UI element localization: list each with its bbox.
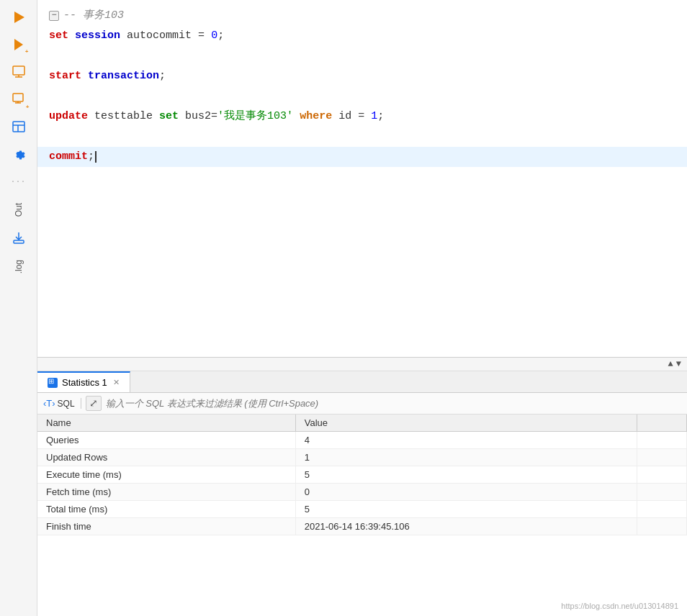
explain-icon[interactable]: [7, 60, 30, 83]
cell-name: Fetch time (ms): [37, 484, 295, 501]
table-row: Execute time (ms)5: [37, 466, 687, 484]
cell-empty: [637, 484, 686, 501]
cell-name: Total time (ms): [37, 501, 295, 518]
plain-autocommit: autocommit: [127, 27, 192, 45]
data-table-icon[interactable]: [7, 115, 30, 138]
sidebar: + + ··· Out: [0, 0, 37, 616]
svg-rect-2: [13, 66, 24, 75]
more-options-icon[interactable]: ···: [7, 170, 30, 193]
watermark: https://blog.csdn.net/u013014891: [561, 602, 678, 610]
cursor: [95, 151, 96, 163]
stats-wrapper: Name Value Queries4Updated Rows1Execute …: [37, 415, 687, 616]
main-content: − -- 事务103 set session autocommit = 0 ; …: [37, 0, 687, 616]
tab-label: Statistics 1: [62, 377, 107, 388]
expand-button[interactable]: ⤢: [86, 396, 102, 411]
code-line-update: update testtable set bus2= '我是事务103' whe…: [37, 107, 687, 127]
explain-plus-icon[interactable]: +: [7, 88, 30, 111]
cell-value: 5: [295, 501, 637, 518]
blank-line-2: [37, 86, 687, 107]
table-row: Queries4: [37, 432, 687, 449]
kw-set2: set: [159, 108, 179, 125]
bottom-panel: ▲ ▼ Statistics 1 ✕ ‹T› SQL ⤢: [37, 357, 687, 616]
svg-rect-11: [14, 240, 24, 243]
tabs-bar: Statistics 1 ✕: [37, 371, 687, 393]
cell-name: Queries: [37, 432, 295, 449]
col-value-header: Value: [295, 415, 637, 432]
plain-eq: =: [198, 27, 205, 45]
plain-semi: ;: [217, 27, 224, 45]
cell-empty: [637, 518, 686, 535]
table-row: Updated Rows1: [37, 449, 687, 466]
cell-empty: [637, 432, 686, 449]
code-block: − -- 事务103 set session autocommit = 0 ; …: [37, 0, 687, 173]
table-header-row: Name Value: [37, 415, 687, 432]
play-icon[interactable]: [7, 6, 30, 29]
cell-empty: [637, 501, 686, 518]
sql-badge-label: SQL: [58, 399, 75, 409]
cell-name: Updated Rows: [37, 449, 295, 466]
sql-badge: ‹T› SQL: [43, 398, 81, 409]
kw-update: update: [49, 108, 88, 125]
code-editor[interactable]: − -- 事务103 set session autocommit = 0 ; …: [37, 0, 687, 357]
arrow-up-button[interactable]: ▲: [668, 359, 673, 369]
kw-transaction: transaction: [88, 68, 159, 85]
cell-value: 5: [295, 466, 637, 484]
blank-line-3: [37, 127, 687, 147]
str-value: '我是事务103': [217, 108, 293, 125]
cell-empty: [637, 449, 686, 466]
code-line-commit: commit ;: [37, 147, 687, 167]
table-row: Finish time2021-06-14 16:39:45.106: [37, 518, 687, 535]
svg-marker-0: [14, 12, 24, 23]
comment-text: -- 事务103: [63, 7, 124, 24]
svg-rect-8: [13, 122, 24, 132]
statistics-table: Name Value Queries4Updated Rows1Execute …: [37, 415, 687, 535]
comment-line: − -- 事务103: [37, 6, 687, 26]
plain-semi3: ;: [377, 108, 384, 125]
num-zero: 0: [211, 27, 217, 45]
sql-filter-bar: ‹T› SQL ⤢: [37, 393, 687, 415]
svg-rect-5: [13, 94, 23, 101]
run-stop-icon[interactable]: +: [7, 33, 30, 56]
kw-session: session: [75, 27, 120, 45]
log-label: .log: [14, 260, 24, 273]
plain-testtable: testtable: [94, 108, 153, 125]
table-row: Fetch time (ms)0: [37, 484, 687, 501]
cell-value: 1: [295, 449, 637, 466]
plain-semi4: ;: [88, 148, 94, 166]
sql-filter-input[interactable]: [106, 398, 681, 409]
output-label: Out: [14, 203, 24, 217]
num-one: 1: [371, 108, 377, 125]
cell-empty: [637, 466, 686, 484]
blank-line-1: [37, 46, 687, 66]
svg-marker-1: [14, 39, 23, 50]
cell-value: 4: [295, 432, 637, 449]
kw-set: set: [49, 27, 68, 45]
arrow-down-button[interactable]: ▼: [676, 359, 681, 369]
kw-start: start: [49, 68, 81, 85]
sql-type-icon: ‹T›: [43, 398, 55, 409]
col-name-header: Name: [37, 415, 295, 432]
kw-commit: commit: [49, 148, 88, 166]
plain-id: id: [338, 108, 351, 125]
col-empty-header: [637, 415, 686, 432]
collapse-button[interactable]: −: [49, 11, 59, 21]
tab-table-icon: [48, 378, 58, 388]
code-line-start: start transaction ;: [37, 66, 687, 86]
cell-value: 2021-06-14 16:39:45.106: [295, 518, 637, 535]
tab-close-button[interactable]: ✕: [113, 378, 120, 387]
plain-bus2: bus2=: [185, 108, 217, 125]
cell-value: 0: [295, 484, 637, 501]
plain-eq2: =: [358, 108, 364, 125]
kw-where: where: [300, 108, 332, 125]
export-icon[interactable]: [7, 227, 30, 250]
plain-semi2: ;: [159, 68, 166, 85]
statistics-tab[interactable]: Statistics 1 ✕: [37, 371, 130, 392]
table-row: Total time (ms)5: [37, 501, 687, 518]
settings-icon[interactable]: [7, 142, 30, 166]
code-line-set: set session autocommit = 0 ;: [37, 26, 687, 46]
cell-name: Finish time: [37, 518, 295, 535]
panel-toolbar: ▲ ▼: [37, 358, 687, 371]
cell-name: Execute time (ms): [37, 466, 295, 484]
